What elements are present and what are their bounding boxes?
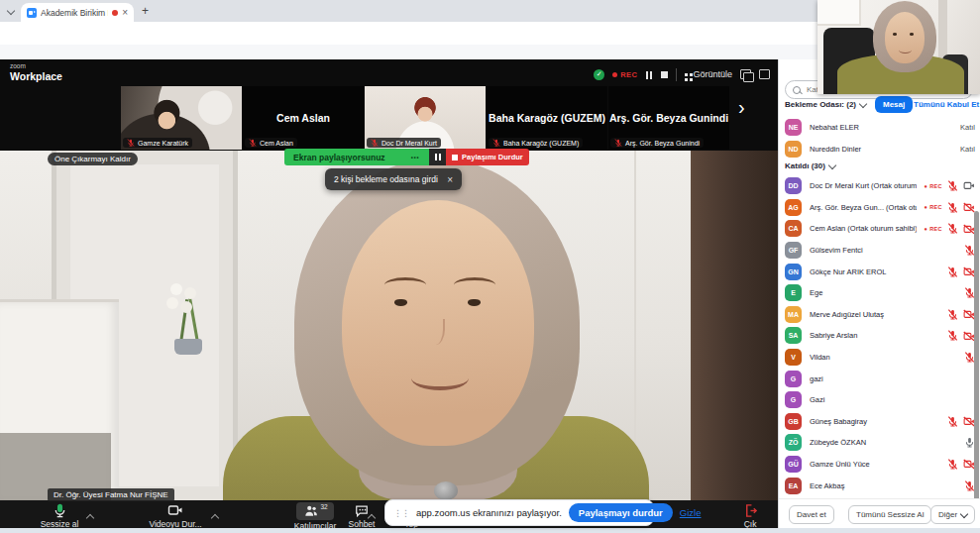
participant-name: Sabriye Arslan	[810, 331, 939, 340]
mute-button[interactable]: Sessize al	[25, 502, 94, 529]
avatar: GN	[785, 264, 802, 280]
video-tile[interactable]: Arş. Gör. Beyza GunindiArş. Gör. Beyza G…	[608, 86, 729, 150]
pause-recording-icon[interactable]	[645, 65, 653, 83]
wall-cabinet	[817, 0, 861, 26]
message-button[interactable]: Mesaj	[875, 96, 913, 113]
avatar: SA	[785, 327, 802, 344]
participant-name: Zübeyde ÖZKAN	[810, 438, 956, 447]
participant-row[interactable]: CACem Aslan (Ortak oturum sahibi)● REC	[785, 218, 975, 240]
participant-name: Arş. Gör. Beyza Gun... (Ortak oturum sah…	[810, 203, 917, 212]
mute-all-button[interactable]: Tümünü Sessize Al	[848, 505, 931, 524]
admit-button[interactable]: Katıl	[960, 123, 975, 132]
video-options-chevron-icon[interactable]	[212, 507, 218, 525]
participant-row[interactable]: GFGülsevim Fentci	[785, 240, 975, 262]
avatar: GB	[785, 413, 802, 430]
participant-name: Güneş Babagiray	[810, 417, 939, 426]
hide-link[interactable]: Gizle	[680, 507, 702, 518]
filmstrip-next-arrow-icon[interactable]: ›	[738, 97, 745, 117]
mic-muted-icon	[614, 139, 622, 147]
divider	[676, 68, 677, 81]
participant-row[interactable]: ZÖZübeyde ÖZKAN	[785, 432, 975, 454]
main-speaker-video[interactable]	[0, 151, 778, 500]
stop-share-button[interactable]: Paylaşımı Durdur	[446, 149, 529, 165]
view-button[interactable]: Görüntüle	[685, 69, 732, 79]
sharing-status: Ekran paylaşıyorsunuz ⋯	[284, 149, 429, 165]
avatar: ND	[785, 141, 802, 158]
flower-vase	[157, 277, 226, 357]
microphone-icon	[53, 502, 67, 518]
new-tab-button[interactable]: +	[142, 4, 149, 18]
stop-sharing-button[interactable]: Paylaşmayı durdur	[569, 503, 673, 522]
participant-row[interactable]: Ggazi	[785, 368, 975, 389]
participant-row[interactable]: GBGüneş Babagiray	[785, 411, 975, 433]
leave-button[interactable]: Çık	[715, 502, 785, 529]
admit-all-link[interactable]: Tümünü Kabul Et	[914, 100, 979, 109]
mic-muted-icon	[947, 459, 958, 470]
avatar: EA	[785, 478, 802, 494]
participant-row[interactable]: GGazi	[785, 389, 975, 411]
participant-row[interactable]: VVildan	[785, 347, 975, 369]
video-tile[interactable]: Gamze Karatürk	[121, 86, 242, 150]
waiting-room-header[interactable]: Bekleme Odası: (2)	[785, 100, 866, 109]
avatar: E	[785, 284, 802, 301]
share-menu-icon[interactable]: ⋯	[411, 153, 421, 162]
rec-indicator: ● REC	[925, 183, 942, 189]
participants-panel: Bekleme Odası: (2) Mesaj Tümünü Kabul Et…	[778, 59, 980, 533]
video-tile[interactable]: Doc Dr Meral Kurt	[365, 86, 486, 150]
video-filmstrip: Gamze KaratürkCem AslanCem AslanDoc Dr M…	[121, 86, 729, 150]
zoom-workplace-logo: zoom Workplace	[10, 63, 62, 81]
rec-indicator: ● REC	[925, 226, 942, 232]
zoom-meeting-area: zoom Workplace ✓ REC Görüntüle Gamze Kar…	[0, 59, 778, 533]
waiting-room-row[interactable]: NDNureddin DinlerKatıl	[785, 139, 975, 159]
tile-name-label: Cem Aslan	[245, 138, 297, 148]
smile	[411, 367, 469, 390]
participant-name: Ege	[810, 288, 956, 297]
avatar: GF	[785, 242, 802, 259]
drag-handle-icon[interactable]: ⋮⋮	[393, 508, 409, 518]
avatar: AG	[785, 199, 802, 216]
mic-muted-icon	[947, 416, 958, 427]
eye	[893, 33, 897, 36]
video-tile[interactable]: Baha Karagöz (GUZEM)Baha Karagöz (GUZEM)	[487, 86, 607, 150]
tab-search-chevron-icon[interactable]	[5, 5, 17, 17]
self-webcam-overlay[interactable]	[817, 0, 980, 94]
avatar: G	[785, 371, 802, 387]
avatar: DD	[785, 177, 802, 194]
participant-row[interactable]: EEge	[785, 282, 975, 304]
browser-tab[interactable]: Akademik Birikim Program ×	[21, 3, 134, 22]
mic-muted-icon	[371, 139, 379, 147]
security-shield-icon[interactable]: ✓	[594, 69, 604, 80]
participant-name: Cem Aslan (Ortak oturum sahibi)	[810, 224, 917, 233]
participant-row[interactable]: MAMerve Adıgüzel Ulutaş	[785, 304, 975, 326]
waiting-room-row[interactable]: NENebahat ELERKatıl	[785, 117, 975, 137]
mic-muted-icon	[127, 139, 135, 147]
participant-row[interactable]: SASabriye Arslan	[785, 325, 975, 347]
participant-row[interactable]: EAEce Akbaş	[785, 475, 975, 496]
more-button[interactable]: Diğer	[930, 505, 975, 524]
unpin-button[interactable]: Öne Çıkarmayı Kaldır	[48, 153, 138, 165]
panel-scrollbar[interactable]	[974, 211, 979, 500]
stop-recording-icon[interactable]	[661, 71, 668, 78]
pause-share-button[interactable]	[429, 149, 446, 165]
mic-options-chevron-icon[interactable]	[87, 507, 93, 525]
screen-share-banner: Ekran paylaşıyorsunuz ⋯ Paylaşımı Durdur	[284, 149, 529, 165]
participant-row[interactable]: GÜGamze Ünlü Yüce	[785, 454, 975, 476]
participant-row[interactable]: GNGökçe Nur ARIK EROL	[785, 261, 975, 282]
joined-header[interactable]: Katıldı (30)	[785, 161, 835, 170]
popout-windows-icon[interactable]	[740, 69, 751, 79]
eye	[468, 299, 481, 306]
fullscreen-window-icon[interactable]	[759, 69, 770, 79]
stop-video-button[interactable]: Videoyu Dur...	[141, 502, 210, 529]
mic-muted-icon	[249, 139, 257, 147]
video-tile[interactable]: Cem AslanCem Aslan	[243, 86, 364, 150]
participant-row[interactable]: AGArş. Gör. Beyza Gun... (Ortak oturum s…	[785, 197, 975, 219]
speaker-name-label: Dr. Öğr. Üyesi Fatma Nur FİŞNE	[48, 488, 174, 501]
participant-row[interactable]: DDDoc Dr Meral Kurt (Ortak oturum sahibi…	[785, 175, 975, 197]
tab-close-icon[interactable]: ×	[122, 8, 128, 18]
rec-dot-icon	[612, 72, 617, 77]
admit-button[interactable]: Katıl	[960, 145, 975, 154]
leave-meeting-icon	[743, 502, 758, 518]
tab-recording-icon	[112, 10, 118, 16]
invite-button[interactable]: Davet et	[789, 505, 834, 524]
toast-close-icon[interactable]: ×	[447, 174, 453, 185]
